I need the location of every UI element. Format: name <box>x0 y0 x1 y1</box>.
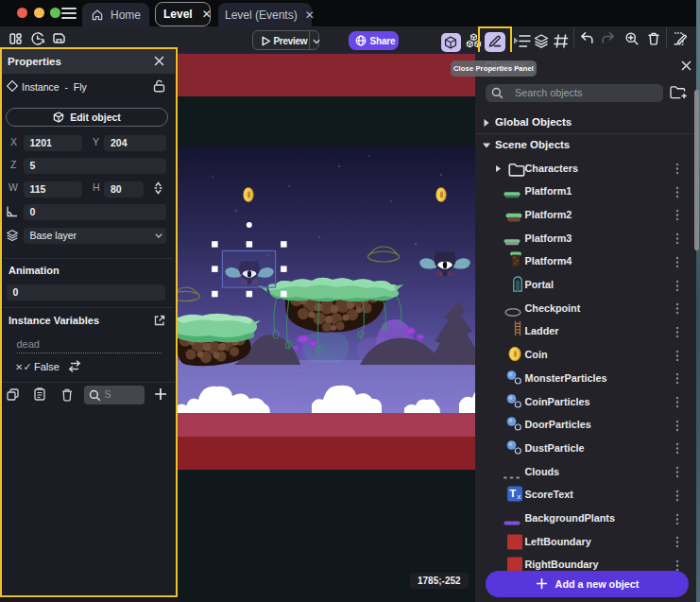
svg-text:T: T <box>509 488 516 500</box>
